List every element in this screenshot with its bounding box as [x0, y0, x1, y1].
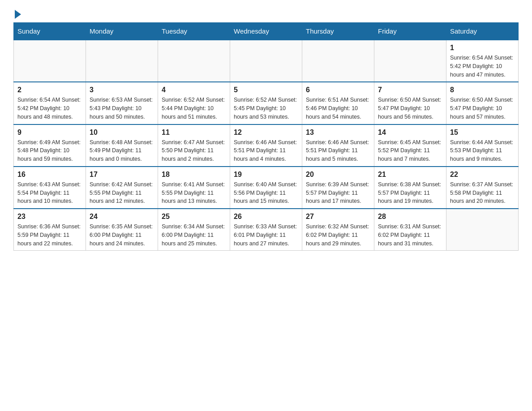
day-number: 26	[234, 213, 298, 221]
day-number: 23	[17, 213, 82, 221]
day-number: 21	[378, 171, 442, 179]
day-number: 16	[17, 171, 82, 179]
day-info: Sunrise: 6:39 AM Sunset: 5:57 PM Dayligh…	[306, 180, 370, 206]
calendar-table: Sunday Monday Tuesday Wednesday Thursday…	[13, 22, 519, 251]
calendar-cell: 5Sunrise: 6:52 AM Sunset: 5:45 PM Daylig…	[230, 82, 302, 124]
day-number: 24	[90, 213, 154, 221]
calendar-cell: 9Sunrise: 6:49 AM Sunset: 5:48 PM Daylig…	[14, 124, 86, 167]
day-number: 17	[90, 171, 154, 179]
header-friday: Friday	[374, 23, 446, 40]
day-info: Sunrise: 6:54 AM Sunset: 5:42 PM Dayligh…	[17, 96, 82, 121]
calendar-cell: 24Sunrise: 6:35 AM Sunset: 6:00 PM Dayli…	[86, 209, 158, 251]
day-info: Sunrise: 6:44 AM Sunset: 5:53 PM Dayligh…	[450, 138, 515, 163]
day-number: 22	[450, 171, 515, 179]
day-info: Sunrise: 6:35 AM Sunset: 6:00 PM Dayligh…	[90, 223, 154, 248]
calendar-cell: 20Sunrise: 6:39 AM Sunset: 5:57 PM Dayli…	[302, 167, 374, 209]
calendar-cell	[374, 40, 446, 82]
calendar-cell: 23Sunrise: 6:36 AM Sunset: 5:59 PM Dayli…	[14, 209, 86, 251]
day-info: Sunrise: 6:36 AM Sunset: 5:59 PM Dayligh…	[17, 223, 82, 248]
calendar-cell	[158, 40, 230, 82]
header-thursday: Thursday	[302, 23, 374, 40]
day-info: Sunrise: 6:42 AM Sunset: 5:55 PM Dayligh…	[90, 180, 154, 206]
day-info: Sunrise: 6:33 AM Sunset: 6:01 PM Dayligh…	[234, 223, 298, 248]
day-number: 2	[17, 86, 82, 94]
day-number: 7	[378, 86, 442, 94]
day-number: 25	[162, 213, 226, 221]
day-info: Sunrise: 6:37 AM Sunset: 5:58 PM Dayligh…	[450, 180, 515, 206]
header-wednesday: Wednesday	[230, 23, 302, 40]
header-monday: Monday	[86, 23, 158, 40]
calendar-cell: 11Sunrise: 6:47 AM Sunset: 5:50 PM Dayli…	[158, 124, 230, 167]
calendar-cell: 25Sunrise: 6:34 AM Sunset: 6:00 PM Dayli…	[158, 209, 230, 251]
day-number: 5	[234, 86, 298, 94]
calendar-cell: 15Sunrise: 6:44 AM Sunset: 5:53 PM Dayli…	[446, 124, 519, 167]
calendar-cell: 16Sunrise: 6:43 AM Sunset: 5:54 PM Dayli…	[14, 167, 86, 209]
calendar-cell	[86, 40, 158, 82]
day-info: Sunrise: 6:52 AM Sunset: 5:44 PM Dayligh…	[162, 96, 226, 121]
day-number: 8	[450, 86, 515, 94]
calendar-cell: 12Sunrise: 6:46 AM Sunset: 5:51 PM Dayli…	[230, 124, 302, 167]
calendar-cell: 19Sunrise: 6:40 AM Sunset: 5:56 PM Dayli…	[230, 167, 302, 209]
day-info: Sunrise: 6:47 AM Sunset: 5:50 PM Dayligh…	[162, 138, 226, 163]
logo	[13, 9, 21, 18]
day-info: Sunrise: 6:51 AM Sunset: 5:46 PM Dayligh…	[306, 96, 370, 121]
calendar-cell: 10Sunrise: 6:48 AM Sunset: 5:49 PM Dayli…	[86, 124, 158, 167]
day-number: 4	[162, 86, 226, 94]
day-number: 18	[162, 171, 226, 179]
day-number: 19	[234, 171, 298, 179]
weekday-header-row: Sunday Monday Tuesday Wednesday Thursday…	[14, 23, 519, 40]
calendar-cell: 7Sunrise: 6:50 AM Sunset: 5:47 PM Daylig…	[374, 82, 446, 124]
calendar-cell: 27Sunrise: 6:32 AM Sunset: 6:02 PM Dayli…	[302, 209, 374, 251]
calendar-cell: 28Sunrise: 6:31 AM Sunset: 6:02 PM Dayli…	[374, 209, 446, 251]
calendar-cell	[230, 40, 302, 82]
logo-arrow-icon	[15, 10, 21, 19]
day-number: 1	[450, 44, 515, 52]
calendar-cell: 13Sunrise: 6:46 AM Sunset: 5:51 PM Dayli…	[302, 124, 374, 167]
calendar-cell: 8Sunrise: 6:50 AM Sunset: 5:47 PM Daylig…	[446, 82, 519, 124]
header-tuesday: Tuesday	[158, 23, 230, 40]
day-info: Sunrise: 6:38 AM Sunset: 5:57 PM Dayligh…	[378, 180, 442, 206]
day-info: Sunrise: 6:32 AM Sunset: 6:02 PM Dayligh…	[306, 223, 370, 248]
day-info: Sunrise: 6:50 AM Sunset: 5:47 PM Dayligh…	[450, 96, 515, 121]
day-info: Sunrise: 6:49 AM Sunset: 5:48 PM Dayligh…	[17, 138, 82, 163]
day-info: Sunrise: 6:45 AM Sunset: 5:52 PM Dayligh…	[378, 138, 442, 163]
calendar-week-row: 2Sunrise: 6:54 AM Sunset: 5:42 PM Daylig…	[14, 82, 519, 124]
calendar-cell: 17Sunrise: 6:42 AM Sunset: 5:55 PM Dayli…	[86, 167, 158, 209]
day-info: Sunrise: 6:46 AM Sunset: 5:51 PM Dayligh…	[306, 138, 370, 163]
day-number: 10	[90, 128, 154, 137]
day-info: Sunrise: 6:41 AM Sunset: 5:55 PM Dayligh…	[162, 180, 226, 206]
calendar-week-row: 1Sunrise: 6:54 AM Sunset: 5:42 PM Daylig…	[14, 40, 519, 82]
day-number: 27	[306, 213, 370, 221]
day-number: 15	[450, 128, 515, 137]
day-info: Sunrise: 6:52 AM Sunset: 5:45 PM Dayligh…	[234, 96, 298, 121]
day-info: Sunrise: 6:46 AM Sunset: 5:51 PM Dayligh…	[234, 138, 298, 163]
day-info: Sunrise: 6:34 AM Sunset: 6:00 PM Dayligh…	[162, 223, 226, 248]
day-number: 20	[306, 171, 370, 179]
day-info: Sunrise: 6:53 AM Sunset: 5:43 PM Dayligh…	[90, 96, 154, 121]
day-number: 6	[306, 86, 370, 94]
calendar-cell: 1Sunrise: 6:54 AM Sunset: 5:42 PM Daylig…	[446, 40, 519, 82]
day-number: 28	[378, 213, 442, 221]
calendar-cell: 6Sunrise: 6:51 AM Sunset: 5:46 PM Daylig…	[302, 82, 374, 124]
calendar-cell: 3Sunrise: 6:53 AM Sunset: 5:43 PM Daylig…	[86, 82, 158, 124]
header-sunday: Sunday	[14, 23, 86, 40]
calendar-cell	[446, 209, 519, 251]
header-saturday: Saturday	[446, 23, 519, 40]
day-number: 13	[306, 128, 370, 137]
calendar-cell: 2Sunrise: 6:54 AM Sunset: 5:42 PM Daylig…	[14, 82, 86, 124]
day-number: 11	[162, 128, 226, 137]
calendar-cell: 14Sunrise: 6:45 AM Sunset: 5:52 PM Dayli…	[374, 124, 446, 167]
calendar-cell	[302, 40, 374, 82]
day-info: Sunrise: 6:31 AM Sunset: 6:02 PM Dayligh…	[378, 223, 442, 248]
day-number: 3	[90, 86, 154, 94]
calendar-cell: 22Sunrise: 6:37 AM Sunset: 5:58 PM Dayli…	[446, 167, 519, 209]
calendar-cell: 4Sunrise: 6:52 AM Sunset: 5:44 PM Daylig…	[158, 82, 230, 124]
day-number: 12	[234, 128, 298, 137]
page-header	[13, 9, 519, 18]
day-info: Sunrise: 6:40 AM Sunset: 5:56 PM Dayligh…	[234, 180, 298, 206]
day-info: Sunrise: 6:43 AM Sunset: 5:54 PM Dayligh…	[17, 180, 82, 206]
calendar-cell	[14, 40, 86, 82]
calendar-week-row: 23Sunrise: 6:36 AM Sunset: 5:59 PM Dayli…	[14, 209, 519, 251]
day-info: Sunrise: 6:54 AM Sunset: 5:42 PM Dayligh…	[450, 54, 515, 79]
day-info: Sunrise: 6:48 AM Sunset: 5:49 PM Dayligh…	[90, 138, 154, 163]
